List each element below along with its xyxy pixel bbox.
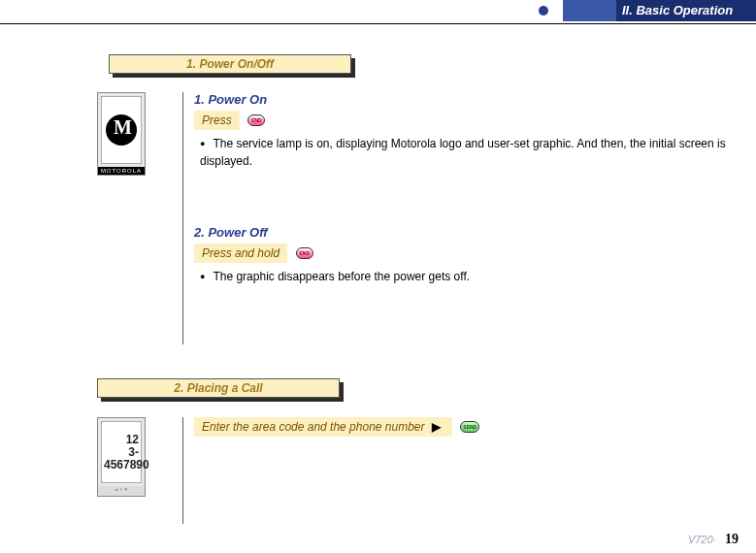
motorola-label: MOTOROLA (98, 167, 145, 175)
phone-softkey-bar: ▲ ▪ ▼ (98, 486, 145, 496)
subheading-power-off: 2. Power Off (194, 225, 746, 240)
instruction-row: Press and hold (194, 244, 746, 263)
bullet-list: The graphic disappears before the power … (200, 269, 746, 286)
bullet-list: The service lamp is on, displaying Motor… (200, 136, 746, 170)
dial-line: 3-4567890 (104, 446, 139, 472)
end-key-icon (296, 247, 313, 259)
phone-illustration-logo: MOTOROLA (97, 92, 146, 176)
instruction-label: Enter the area code and the phone number (202, 420, 425, 434)
bullet-item: The graphic disappears before the power … (200, 269, 746, 286)
phone-screen: 12 3-4567890 (101, 421, 142, 483)
instruction-text: Enter the area code and the phone number… (194, 417, 452, 437)
dial-line: 12 (104, 434, 139, 446)
send-key-icon (460, 421, 479, 433)
header-dot-icon (539, 6, 548, 16)
page-footer: V720· 19 (688, 532, 739, 547)
page-header: II. Basic Operation (0, 0, 756, 21)
phone-illustration-dial: 12 3-4567890 ▲ ▪ ▼ (97, 417, 146, 497)
section-title: 2. Placing a Call (97, 378, 340, 398)
motorola-logo-icon (106, 114, 137, 146)
model-number: V720· (688, 534, 716, 545)
instruction-row: Press (194, 111, 746, 130)
dialed-number: 12 3-4567890 (102, 432, 141, 473)
power-off-block: 2. Power Off Press and hold The graphic … (194, 225, 746, 288)
section-title: 1. Power On/Off (109, 54, 351, 74)
instruction-row: Enter the area code and the phone number… (194, 417, 746, 437)
power-on-block: 1. Power On Press The service lamp is on… (194, 92, 746, 172)
arrow-right-icon: ▶ (428, 420, 444, 434)
placing-call-block: Enter the area code and the phone number… (194, 417, 746, 437)
vertical-divider (182, 417, 183, 524)
instruction-text: Press and hold (194, 244, 287, 263)
header-accent (563, 0, 616, 21)
vertical-divider (182, 92, 183, 344)
page-number: 19 (725, 532, 739, 546)
bullet-item: The service lamp is on, displaying Motor… (200, 136, 746, 170)
end-key-icon (247, 114, 265, 126)
instruction-text: Press (194, 111, 240, 130)
phone-screen (101, 96, 142, 164)
chapter-title: II. Basic Operation (616, 0, 756, 21)
subheading-power-on: 1. Power On (194, 92, 746, 107)
header-rule (0, 23, 756, 24)
